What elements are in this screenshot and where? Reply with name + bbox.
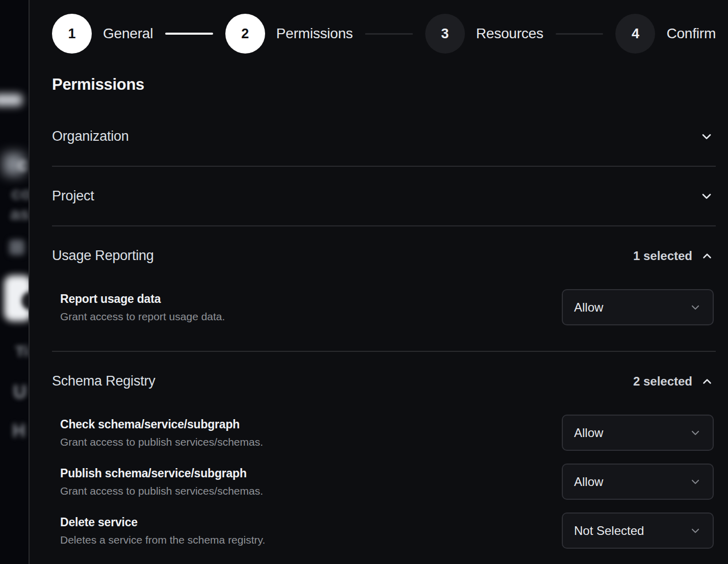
sidebar-blurred-text: co bbox=[11, 184, 29, 203]
step-general[interactable]: 1 General bbox=[52, 14, 153, 54]
chevron-up-icon bbox=[700, 375, 714, 388]
section-title: Project bbox=[52, 188, 94, 204]
select-value: Allow bbox=[574, 475, 603, 489]
step-label: General bbox=[103, 25, 153, 42]
permission-row-report-usage-data: Report usage data Grant access to report… bbox=[60, 289, 714, 325]
section-organization: Organization bbox=[52, 107, 716, 167]
stepper-connector bbox=[556, 33, 604, 35]
permission-row-delete-service: Delete service Deletes a service from th… bbox=[60, 512, 714, 549]
section-usage-reporting: Usage Reporting 1 selected Report usage … bbox=[52, 226, 716, 352]
permission-title: Delete service bbox=[60, 516, 265, 529]
permission-description: Deletes a service from the schema regist… bbox=[60, 534, 265, 546]
step-number-badge: 1 bbox=[52, 14, 92, 54]
step-number-badge: 3 bbox=[425, 14, 465, 54]
section-header-project[interactable]: Project bbox=[52, 167, 716, 225]
background-sidebar: c co as Ti U H bbox=[0, 0, 29, 564]
section-project: Project bbox=[52, 167, 716, 226]
step-number-badge: 2 bbox=[225, 14, 265, 54]
step-number-badge: 4 bbox=[615, 14, 655, 54]
permission-description: Grant access to publish services/schemas… bbox=[60, 436, 263, 448]
permission-description: Grant access to publish services/schemas… bbox=[60, 485, 263, 497]
permission-title: Report usage data bbox=[60, 292, 225, 306]
wizard-stepper: 1 General 2 Permissions 3 Resources 4 Co… bbox=[52, 14, 716, 54]
permission-list: Report usage data Grant access to report… bbox=[52, 285, 716, 351]
sidebar-blurred-text: U bbox=[13, 381, 27, 403]
step-label: Confirm bbox=[666, 25, 716, 42]
step-label: Permissions bbox=[276, 25, 353, 42]
permission-title: Check schema/service/subgraph bbox=[60, 418, 263, 431]
app-window: c co as Ti U H 1 General 2 Permissions 3… bbox=[0, 0, 728, 564]
permission-list: Check schema/service/subgraph Grant acce… bbox=[52, 411, 716, 564]
permission-select-delete-service[interactable]: Not Selected bbox=[562, 512, 714, 549]
select-value: Allow bbox=[574, 300, 603, 315]
section-title: Organization bbox=[52, 129, 129, 144]
section-header-organization[interactable]: Organization bbox=[52, 107, 716, 166]
section-schema-registry: Schema Registry 2 selected Check schema/… bbox=[52, 352, 716, 564]
select-value: Not Selected bbox=[574, 524, 644, 538]
chevron-down-icon bbox=[689, 301, 701, 314]
step-confirm[interactable]: 4 Confirm bbox=[615, 14, 716, 54]
permission-title: Publish schema/service/subgraph bbox=[60, 467, 263, 480]
stepper-connector bbox=[165, 33, 213, 35]
permission-select-check-schema[interactable]: Allow bbox=[562, 415, 714, 451]
chevron-up-icon bbox=[700, 249, 714, 263]
create-key-wizard-panel: 1 General 2 Permissions 3 Resources 4 Co… bbox=[29, 0, 728, 564]
step-permissions[interactable]: 2 Permissions bbox=[225, 14, 353, 54]
selected-count-badge: 1 selected bbox=[633, 249, 692, 263]
permission-row-publish-schema: Publish schema/service/subgraph Grant ac… bbox=[60, 464, 714, 500]
permission-select-report-usage-data[interactable]: Allow bbox=[562, 289, 714, 325]
sidebar-blurred-icon bbox=[9, 240, 24, 255]
step-label: Resources bbox=[476, 25, 543, 42]
chevron-down-icon bbox=[699, 130, 714, 144]
sidebar-blurred-pill bbox=[0, 94, 22, 106]
permission-row-check-schema: Check schema/service/subgraph Grant acce… bbox=[60, 415, 714, 451]
permission-select-publish-schema[interactable]: Allow bbox=[562, 464, 714, 500]
chevron-down-icon bbox=[689, 427, 701, 439]
section-header-schema-registry[interactable]: Schema Registry 2 selected bbox=[52, 352, 716, 411]
permission-sections: Organization Project Usage Rep bbox=[52, 107, 716, 564]
select-value: Allow bbox=[574, 426, 603, 440]
chevron-down-icon bbox=[689, 525, 701, 537]
page-title: Permissions bbox=[52, 75, 716, 94]
stepper-connector bbox=[365, 33, 413, 35]
selected-count-badge: 2 selected bbox=[633, 374, 692, 389]
sidebar-blurred-text: H bbox=[12, 420, 25, 442]
permission-description: Grant access to report usage data. bbox=[60, 311, 225, 323]
sidebar-blurred-text: Ti bbox=[15, 343, 29, 360]
chevron-down-icon bbox=[689, 476, 701, 488]
chevron-down-icon bbox=[699, 189, 714, 203]
step-resources[interactable]: 3 Resources bbox=[425, 14, 543, 54]
section-title: Schema Registry bbox=[52, 373, 155, 389]
sidebar-blurred-text: c bbox=[17, 154, 28, 175]
sidebar-blurred-text: as bbox=[10, 204, 29, 224]
section-title: Usage Reporting bbox=[52, 248, 154, 264]
section-header-usage-reporting[interactable]: Usage Reporting 1 selected bbox=[52, 226, 716, 285]
